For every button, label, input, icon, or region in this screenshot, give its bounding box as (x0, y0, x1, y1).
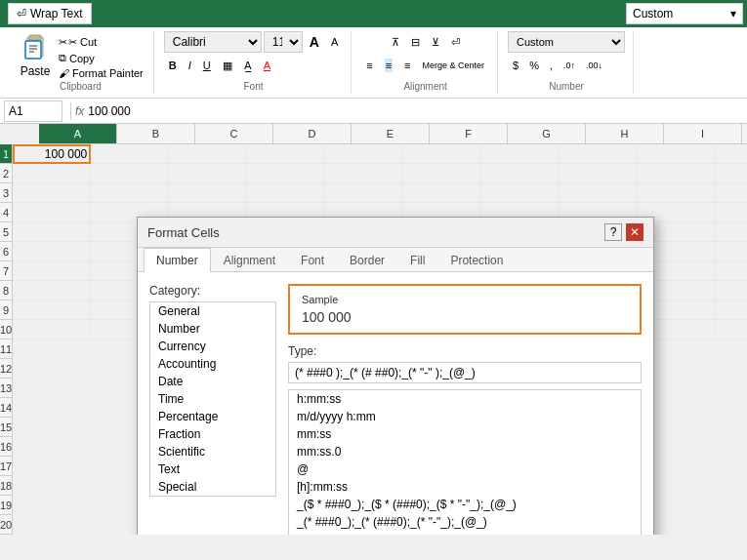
cell-A2[interactable] (13, 164, 91, 183)
category-text[interactable]: Text (150, 460, 275, 478)
cell-G2[interactable] (481, 164, 560, 183)
row-header-8[interactable]: 8 (0, 281, 13, 300)
cell-J9[interactable] (716, 300, 747, 320)
dialog-close-button[interactable]: ✕ (626, 223, 643, 241)
comma-button[interactable]: , (545, 55, 558, 76)
row-header-18[interactable]: 18 (0, 476, 13, 496)
tab-alignment[interactable]: Alignment (211, 248, 288, 272)
cell-J4[interactable] (716, 203, 747, 222)
cell-D3[interactable] (247, 183, 325, 203)
row-header-14[interactable]: 14 (0, 398, 13, 418)
cell-A8[interactable] (13, 281, 91, 300)
col-header-G[interactable]: G (508, 124, 586, 143)
row-header-7[interactable]: 7 (0, 261, 13, 281)
row-header-13[interactable]: 13 (0, 379, 13, 398)
category-scientific[interactable]: Scientific (150, 443, 275, 460)
col-header-E[interactable]: E (352, 124, 430, 143)
align-middle-button[interactable]: ⊟ (406, 31, 425, 53)
cell-F2[interactable] (403, 164, 481, 183)
decrease-decimal-button[interactable]: .00↓ (581, 55, 607, 76)
align-right-button[interactable]: ≡ (399, 55, 415, 76)
row-header-4[interactable]: 4 (0, 203, 13, 222)
cell-F3[interactable] (403, 183, 481, 203)
underline-button[interactable]: U (198, 55, 216, 76)
tab-font[interactable]: Font (288, 248, 337, 272)
cell-J2[interactable] (716, 164, 747, 183)
type-item-1[interactable]: m/d/yyyy h:mm (289, 408, 641, 425)
cell-A5[interactable] (13, 222, 91, 242)
row-header-16[interactable]: 16 (0, 437, 13, 457)
cell-J1[interactable] (716, 144, 747, 164)
currency-button[interactable]: $ (508, 55, 523, 76)
type-item-7[interactable]: _(* ###0_);_(* (###0);_(* "-"_);_(@_) (289, 513, 641, 531)
row-header-11[interactable]: 11 (0, 340, 13, 359)
fill-color-button[interactable]: A̲ (239, 55, 257, 76)
increase-decimal-button[interactable]: .0↑ (559, 55, 580, 76)
cell-G3[interactable] (481, 183, 560, 203)
italic-button[interactable]: I (184, 55, 196, 76)
col-header-I[interactable]: I (664, 124, 742, 143)
type-item-8[interactable]: _($ * ##0.00_);_($ * (#0.00);_($ * "-"??… (289, 531, 641, 535)
cell-A1[interactable]: 100 000 (13, 144, 91, 164)
bold-button[interactable]: B (164, 55, 182, 76)
cell-G1[interactable] (481, 144, 560, 164)
row-header-9[interactable]: 9 (0, 300, 13, 320)
align-top-button[interactable]: ⊼ (387, 31, 404, 53)
cell-I1[interactable] (638, 144, 716, 164)
col-header-C[interactable]: C (195, 124, 273, 143)
cell-A9[interactable] (13, 300, 91, 320)
type-input[interactable] (288, 362, 642, 383)
row-header-19[interactable]: 19 (0, 496, 13, 515)
type-item-3[interactable]: mm:ss.0 (289, 443, 641, 460)
number-format-select[interactable]: Custom (508, 31, 625, 53)
cell-D2[interactable] (247, 164, 325, 183)
cell-J10[interactable] (716, 320, 747, 340)
col-header-A[interactable]: A (39, 124, 117, 143)
tab-protection[interactable]: Protection (437, 248, 516, 272)
copy-button[interactable]: ⧉ Copy (57, 51, 145, 65)
category-custom[interactable]: Custom (150, 496, 275, 497)
cell-A6[interactable] (13, 242, 91, 261)
cell-I3[interactable] (638, 183, 716, 203)
type-item-6[interactable]: _($ * ###0_);_($ * (###0);_($ * "-"_);_(… (289, 496, 641, 513)
format-painter-button[interactable]: 🖌 Format Painter (57, 66, 145, 80)
row-header-17[interactable]: 17 (0, 457, 13, 476)
category-date[interactable]: Date (150, 373, 275, 390)
paste-button[interactable]: Paste (16, 31, 55, 80)
cell-B1[interactable] (91, 144, 169, 164)
cell-J7[interactable] (716, 261, 747, 281)
row-header-15[interactable]: 15 (0, 418, 13, 437)
dialog-help-button[interactable]: ? (604, 223, 622, 241)
number-format-dropdown[interactable]: Custom ▾ (626, 3, 743, 24)
category-fraction[interactable]: Fraction (150, 425, 275, 443)
row-header-5[interactable]: 5 (0, 222, 13, 242)
align-left-button[interactable]: ≡ (361, 55, 377, 76)
col-header-J[interactable]: J (742, 124, 747, 143)
tab-number[interactable]: Number (144, 248, 211, 272)
cell-C1[interactable] (169, 144, 247, 164)
category-special[interactable]: Special (150, 478, 275, 496)
cell-A10[interactable] (13, 320, 91, 340)
type-item-5[interactable]: [h]:mm:ss (289, 478, 641, 496)
cell-A3[interactable] (13, 183, 91, 203)
percent-button[interactable]: % (524, 55, 544, 76)
cell-J8[interactable] (716, 281, 747, 300)
type-list[interactable]: h:mm:ss m/d/yyyy h:mm mm:ss mm:ss.0 @ [h… (288, 389, 642, 535)
type-item-2[interactable]: mm:ss (289, 425, 641, 443)
row-header-10[interactable]: 10 (0, 320, 13, 340)
col-header-B[interactable]: B (117, 124, 195, 143)
category-percentage[interactable]: Percentage (150, 408, 275, 425)
cell-I2[interactable] (638, 164, 716, 183)
formula-input[interactable] (88, 104, 743, 118)
cell-reference-input[interactable] (4, 100, 62, 122)
cell-C2[interactable] (169, 164, 247, 183)
cell-A4[interactable] (13, 203, 91, 222)
font-color-button[interactable]: A (259, 55, 275, 76)
wrap-text-button[interactable]: ⏎ Wrap Text (8, 3, 92, 24)
tab-fill[interactable]: Fill (397, 248, 437, 272)
cell-E3[interactable] (325, 183, 403, 203)
cell-B3[interactable] (91, 183, 169, 203)
row-header-1[interactable]: 1 (0, 144, 13, 164)
align-center-button[interactable]: ≡ (380, 55, 397, 76)
cell-E2[interactable] (325, 164, 403, 183)
